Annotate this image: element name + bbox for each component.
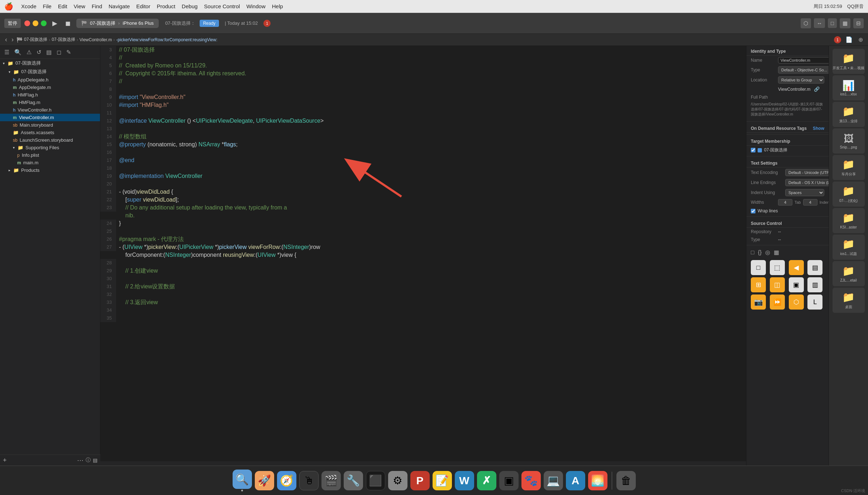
- project-selector[interactable]: 🏁 07-国旗选择 › iPhone 6s Plus: [76, 19, 159, 28]
- sidebar-item-appdelegate-h[interactable]: h AppDelegate.h: [0, 76, 100, 84]
- breadcrumb-forward[interactable]: ›: [10, 36, 15, 43]
- dock-item-trash[interactable]: 🗑: [616, 471, 636, 490]
- run-button[interactable]: ▶: [50, 18, 59, 29]
- dock-item-photos[interactable]: 🌅: [588, 471, 607, 490]
- dock-item-dev[interactable]: 💻: [544, 471, 563, 490]
- code-scrollbar[interactable]: [100, 461, 746, 466]
- dock-item-video[interactable]: 🎬: [321, 471, 341, 490]
- far-right-item-car[interactable]: 📁 车丹分享: [833, 155, 865, 180]
- breadcrumb-back[interactable]: ‹: [4, 36, 9, 43]
- dock-item-store[interactable]: A: [566, 471, 585, 490]
- icon-btn-dashed[interactable]: ⬚: [770, 260, 785, 275]
- menu-find[interactable]: Find: [92, 3, 102, 9]
- far-right-item-desktop[interactable]: 📁 桌面: [833, 288, 865, 313]
- dock-item-cross[interactable]: ✗: [477, 471, 496, 490]
- sidebar-layout-button[interactable]: ▤: [93, 457, 97, 463]
- sidebar-item-main-storyboard[interactable]: sb Main.storyboard: [0, 121, 100, 129]
- dock-item-notes[interactable]: 📝: [433, 471, 452, 490]
- target-checkbox[interactable]: [751, 148, 755, 152]
- rp-wrap-checkbox[interactable]: [751, 209, 755, 213]
- dock-item-safari[interactable]: 🧭: [277, 471, 296, 490]
- far-right-item-ios1[interactable]: 📁 ios1...试题: [833, 235, 865, 260]
- icon-btn-camera[interactable]: 📷: [751, 294, 766, 310]
- dock-item-tools[interactable]: 🔧: [344, 471, 363, 490]
- dock-item-app[interactable]: ▣: [499, 471, 519, 490]
- icon-btn-square[interactable]: □: [751, 260, 766, 275]
- dock-item-mouse[interactable]: 🖱: [299, 471, 319, 490]
- rp-name-input[interactable]: [778, 57, 829, 63]
- minimize-button[interactable]: [33, 20, 38, 26]
- menu-help[interactable]: Help: [272, 3, 283, 9]
- add-file-button[interactable]: 📄: [844, 36, 854, 43]
- dock-item-word[interactable]: W: [455, 471, 474, 490]
- sidebar-item-supporting-files[interactable]: ▾ 📁 Supporting Files: [0, 144, 100, 151]
- jump-bar-button[interactable]: ⊕: [857, 36, 864, 43]
- menu-file[interactable]: File: [43, 3, 52, 9]
- sidebar-tool-list[interactable]: ▤: [45, 48, 53, 56]
- on-demand-show-btn[interactable]: Show: [813, 126, 824, 131]
- rp-icon-grid[interactable]: ▦: [774, 249, 779, 256]
- far-right-item-png[interactable]: 🖼 Snip....png: [833, 128, 865, 154]
- sidebar-tool-history[interactable]: ↺: [35, 48, 43, 56]
- menu-edit[interactable]: Edit: [58, 3, 67, 9]
- sidebar-scroll-button[interactable]: ⋯: [77, 456, 84, 464]
- sidebar-tool-square[interactable]: ◻: [55, 48, 63, 56]
- menu-window[interactable]: Window: [246, 3, 265, 9]
- rp-type-select[interactable]: Default - Objective-C So...: [778, 66, 829, 74]
- scheme-icon[interactable]: ↔: [814, 18, 825, 28]
- icon-btn-grid[interactable]: ⊞: [751, 277, 766, 292]
- sidebar-item-hmflag-h[interactable]: h HMFlag.h: [0, 91, 100, 99]
- dock-item-terminal[interactable]: ⬛: [366, 471, 385, 490]
- dock-item-finder[interactable]: 🔍: [233, 470, 252, 491]
- icon-btn-table[interactable]: ▤: [807, 260, 822, 275]
- breadcrumb-item-2[interactable]: 07-国旗选择: [52, 37, 75, 43]
- breakpoint-icon[interactable]: ⬡: [801, 18, 811, 28]
- sidebar-info-button[interactable]: ⓘ: [86, 457, 91, 463]
- menu-navigate[interactable]: Navigate: [109, 3, 130, 9]
- rp-endings-select[interactable]: Default - OS X / Unix (LF): [785, 179, 829, 186]
- dock-item-settings[interactable]: ⚙: [388, 471, 407, 490]
- rp-icon-circle[interactable]: ◎: [765, 249, 770, 256]
- rp-encoding-select[interactable]: Default - Unicode (UTF-8): [785, 169, 829, 176]
- icon-btn-back[interactable]: ◀: [789, 260, 804, 275]
- icon-btn-split[interactable]: ▥: [807, 277, 822, 292]
- sidebar-item-assets[interactable]: 📁 Assets.xcassets: [0, 129, 100, 136]
- sidebar-item-root[interactable]: ▾ 📁 07-国旗选择: [0, 59, 100, 67]
- rp-tab-width[interactable]: [778, 199, 792, 206]
- sidebar-tool-edit[interactable]: ✎: [65, 48, 72, 56]
- rp-icon-code[interactable]: {}: [758, 249, 762, 256]
- far-right-item-ksi[interactable]: 📁 KSI...aster: [833, 208, 865, 233]
- breadcrumb-item-4[interactable]: -pickerView:viewForRow:forComponent:reus…: [116, 37, 217, 42]
- sidebar-tool-warning[interactable]: ⚠: [25, 48, 33, 56]
- menu-xcode[interactable]: Xcode: [21, 3, 37, 9]
- apple-menu-icon[interactable]: 🍎: [4, 2, 13, 11]
- far-right-item-zjl[interactable]: 📁 ZJL....etail: [833, 261, 865, 286]
- menu-debug[interactable]: Debug: [182, 3, 197, 9]
- sidebar-item-hmflag-m[interactable]: m HMFlag.m: [0, 99, 100, 106]
- rp-icon-file[interactable]: □: [751, 249, 754, 256]
- dock-item-launchpad[interactable]: 🚀: [255, 471, 274, 490]
- layout-icon1[interactable]: □: [828, 18, 837, 28]
- icon-btn-nav[interactable]: ◫: [770, 277, 785, 292]
- far-right-item-industry[interactable]: 📁 第13…业排: [833, 102, 865, 127]
- breadcrumb-item-1[interactable]: 07-国旗选择: [24, 37, 47, 43]
- sidebar-item-viewcontroller-h[interactable]: h ViewController.h: [0, 106, 100, 114]
- rp-indent-width[interactable]: [803, 199, 817, 206]
- layout-icon3[interactable]: ⊟: [853, 18, 864, 28]
- sidebar-item-launch-storyboard[interactable]: sb LaunchScreen.storyboard: [0, 136, 100, 144]
- sidebar-item-viewcontroller-m[interactable]: m ViewController.m: [0, 114, 100, 121]
- pause-button[interactable]: 暂停: [4, 19, 21, 28]
- sidebar-item-products[interactable]: ▸ 📁 Products: [0, 166, 100, 174]
- icon-btn-cube[interactable]: ⬡: [789, 294, 804, 310]
- sidebar-item-group[interactable]: ▾ 📁 07-国旗选择: [0, 67, 100, 76]
- rp-indent-using-select[interactable]: Spaces: [785, 189, 824, 196]
- icon-btn-panel[interactable]: ▣: [789, 277, 804, 292]
- breadcrumb-item-3[interactable]: ViewController.m: [80, 37, 112, 42]
- menu-view[interactable]: View: [74, 3, 85, 9]
- menu-editor[interactable]: Editor: [136, 3, 150, 9]
- sidebar-item-plist[interactable]: p Info.plist: [0, 151, 100, 159]
- sidebar-item-appdelegate-m[interactable]: m AppDelegate.m: [0, 84, 100, 91]
- sidebar-tool-search[interactable]: 🔍: [13, 48, 23, 56]
- layout-icon2[interactable]: ▦: [840, 18, 850, 28]
- far-right-item-optimize[interactable]: 📁 07-…(优化): [833, 182, 865, 207]
